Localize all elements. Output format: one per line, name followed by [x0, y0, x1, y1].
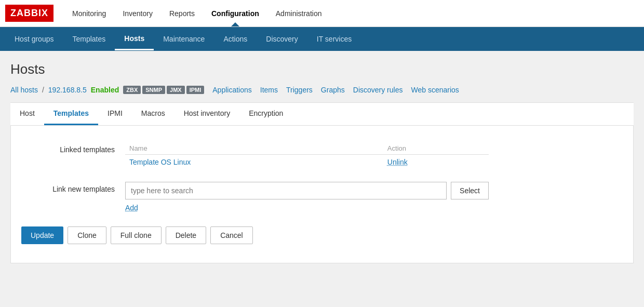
tab-host[interactable]: Host [10, 103, 44, 125]
linked-templates-row: Linked templates Name Action Template OS… [11, 136, 633, 176]
clone-button[interactable]: Clone [68, 226, 106, 244]
subnav-it-services[interactable]: IT services [307, 29, 361, 49]
breadcrumb-bar: All hosts / 192.168.8.5 Enabled ZBX SNMP… [10, 86, 634, 94]
nav-monitoring[interactable]: Monitoring [64, 1, 114, 26]
tag-zbx: ZBX [123, 86, 141, 94]
subnav-actions[interactable]: Actions [214, 29, 257, 49]
col-header-action: Action [383, 142, 489, 155]
items-link[interactable]: Items [260, 86, 278, 94]
sub-nav: Host groups Templates Hosts Maintenance … [0, 27, 644, 51]
page-content: Hosts All hosts / 192.168.8.5 Enabled ZB… [0, 51, 644, 307]
subnav-templates[interactable]: Templates [63, 29, 115, 49]
link-new-templates-label: Link new templates [21, 182, 125, 193]
nav-inventory[interactable]: Inventory [114, 1, 161, 26]
nav-administration[interactable]: Administration [267, 1, 330, 26]
table-row: Template OS Linux Unlink [125, 155, 489, 170]
full-clone-button[interactable]: Full clone [111, 226, 162, 244]
tag-snmp: SNMP [142, 86, 165, 94]
subnav-discovery[interactable]: Discovery [257, 29, 307, 49]
top-nav: ZABBIX Monitoring Inventory Reports Conf… [0, 0, 644, 27]
col-header-name: Name [125, 142, 383, 155]
unlink-action[interactable]: Unlink [383, 155, 489, 170]
link-new-templates-row: Link new templates Select Add [11, 176, 633, 218]
top-nav-items: Monitoring Inventory Reports Configurati… [64, 1, 330, 26]
add-link[interactable]: Add [125, 204, 138, 212]
template-name[interactable]: Template OS Linux [125, 155, 383, 170]
search-input[interactable] [125, 182, 447, 199]
cancel-button[interactable]: Cancel [210, 226, 253, 244]
nav-configuration[interactable]: Configuration [203, 1, 267, 26]
tab-macros[interactable]: Macros [132, 103, 175, 125]
linked-templates-field: Name Action Template OS Linux Unlink [125, 142, 623, 169]
action-links: Applications Items Triggers Graphs Disco… [212, 86, 459, 94]
web-scenarios-link[interactable]: Web scenarios [411, 86, 459, 94]
form-area: Linked templates Name Action Template OS… [10, 126, 634, 263]
tab-templates[interactable]: Templates [44, 103, 98, 125]
tab-encryption[interactable]: Encryption [239, 103, 292, 125]
discovery-rules-link[interactable]: Discovery rules [353, 86, 403, 94]
subnav-host-groups[interactable]: Host groups [5, 29, 63, 49]
link-new-templates-field: Select Add [125, 182, 623, 212]
tab-bar: Host Templates IPMI Macros Host inventor… [10, 102, 634, 126]
tag-badges: ZBX SNMP JMX IPMI [123, 86, 204, 94]
triggers-link[interactable]: Triggers [286, 86, 313, 94]
linked-templates-table: Name Action Template OS Linux Unlink [125, 142, 489, 169]
tag-ipmi: IPMI [186, 86, 205, 94]
logo: ZABBIX [5, 5, 53, 22]
status-badge: Enabled [91, 86, 119, 94]
select-button[interactable]: Select [451, 182, 489, 199]
action-buttons: Update Clone Full clone Delete Cancel [11, 218, 633, 252]
nav-reports[interactable]: Reports [161, 1, 203, 26]
tag-jmx: JMX [167, 86, 185, 94]
breadcrumb-separator: / [42, 86, 44, 94]
subnav-maintenance[interactable]: Maintenance [154, 29, 214, 49]
graphs-link[interactable]: Graphs [321, 86, 345, 94]
applications-link[interactable]: Applications [212, 86, 252, 94]
subnav-hosts[interactable]: Hosts [115, 28, 154, 50]
update-button[interactable]: Update [21, 226, 63, 244]
delete-button[interactable]: Delete [166, 226, 206, 244]
search-row: Select [125, 182, 489, 199]
tab-host-inventory[interactable]: Host inventory [175, 103, 239, 125]
page-title: Hosts [10, 61, 634, 77]
tab-ipmi[interactable]: IPMI [98, 103, 132, 125]
linked-templates-label: Linked templates [21, 142, 125, 154]
breadcrumb-current[interactable]: 192.168.8.5 [48, 86, 87, 94]
all-hosts-link[interactable]: All hosts [10, 86, 38, 94]
